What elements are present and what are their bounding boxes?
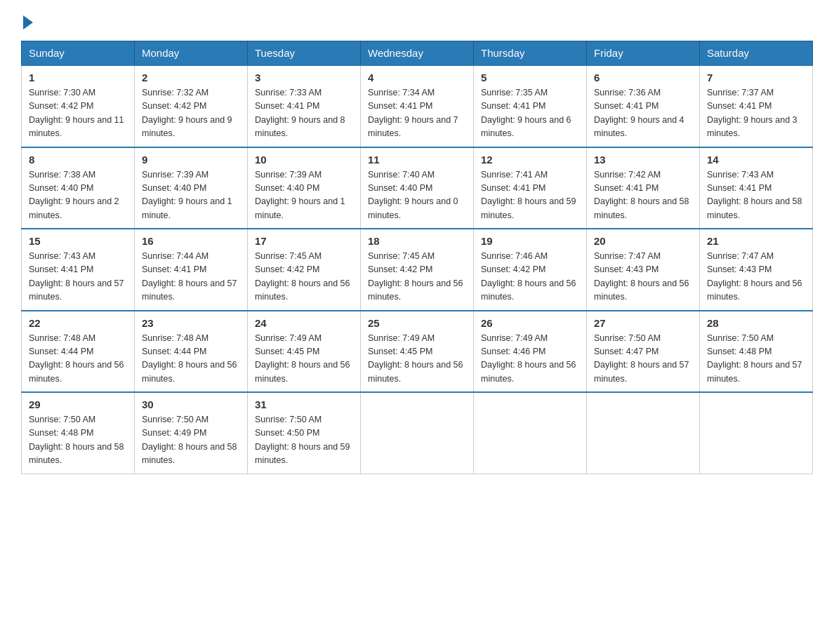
calendar-cell: 31Sunrise: 7:50 AMSunset: 4:50 PMDayligh… [248,392,361,474]
day-info: Sunrise: 7:33 AMSunset: 4:41 PMDaylight:… [255,86,353,141]
day-number: 11 [368,154,466,166]
day-info: Sunrise: 7:48 AMSunset: 4:44 PMDaylight:… [29,332,127,387]
day-info: Sunrise: 7:43 AMSunset: 4:41 PMDaylight:… [29,250,127,304]
day-number: 20 [594,235,692,247]
calendar-cell: 4Sunrise: 7:34 AMSunset: 4:41 PMDaylight… [361,65,474,147]
calendar-cell [474,392,587,474]
logo-arrow-icon [23,15,33,29]
calendar-cell: 25Sunrise: 7:49 AMSunset: 4:45 PMDayligh… [361,311,474,393]
weekday-header-row: SundayMondayTuesdayWednesdayThursdayFrid… [22,41,813,66]
calendar-cell: 15Sunrise: 7:43 AMSunset: 4:41 PMDayligh… [22,229,135,311]
day-info: Sunrise: 7:38 AMSunset: 4:40 PMDaylight:… [29,168,127,223]
day-number: 15 [29,235,127,247]
weekday-header-tuesday: Tuesday [248,41,361,66]
calendar-cell [587,392,700,474]
day-info: Sunrise: 7:42 AMSunset: 4:41 PMDaylight:… [594,168,692,223]
day-number: 2 [142,72,240,83]
day-info: Sunrise: 7:32 AMSunset: 4:42 PMDaylight:… [142,86,240,141]
day-number: 1 [29,72,127,83]
day-number: 9 [142,154,240,166]
calendar-cell: 20Sunrise: 7:47 AMSunset: 4:43 PMDayligh… [587,229,700,311]
calendar-cell: 27Sunrise: 7:50 AMSunset: 4:47 PMDayligh… [587,311,700,393]
day-number: 19 [481,235,579,247]
week-row-4: 22Sunrise: 7:48 AMSunset: 4:44 PMDayligh… [22,311,813,393]
page-header [21,14,813,27]
day-info: Sunrise: 7:45 AMSunset: 4:42 PMDaylight:… [255,250,353,304]
day-number: 18 [368,235,466,247]
day-info: Sunrise: 7:39 AMSunset: 4:40 PMDaylight:… [142,168,240,223]
day-number: 23 [142,317,240,329]
calendar-cell: 11Sunrise: 7:40 AMSunset: 4:40 PMDayligh… [361,147,474,229]
calendar-cell: 22Sunrise: 7:48 AMSunset: 4:44 PMDayligh… [22,311,135,393]
calendar-cell: 30Sunrise: 7:50 AMSunset: 4:49 PMDayligh… [135,392,248,474]
day-info: Sunrise: 7:36 AMSunset: 4:41 PMDaylight:… [594,86,692,141]
calendar-cell: 1Sunrise: 7:30 AMSunset: 4:42 PMDaylight… [22,65,135,147]
logo [21,14,33,27]
day-info: Sunrise: 7:49 AMSunset: 4:45 PMDaylight:… [368,332,466,387]
day-info: Sunrise: 7:50 AMSunset: 4:47 PMDaylight:… [594,332,692,387]
day-number: 21 [707,235,805,247]
day-number: 27 [594,317,692,329]
calendar-table: SundayMondayTuesdayWednesdayThursdayFrid… [21,41,813,474]
calendar-cell: 28Sunrise: 7:50 AMSunset: 4:48 PMDayligh… [700,311,813,393]
day-info: Sunrise: 7:46 AMSunset: 4:42 PMDaylight:… [481,250,579,304]
day-number: 29 [29,398,127,410]
day-number: 13 [594,154,692,166]
day-info: Sunrise: 7:45 AMSunset: 4:42 PMDaylight:… [368,250,466,304]
calendar-cell: 24Sunrise: 7:49 AMSunset: 4:45 PMDayligh… [248,311,361,393]
day-number: 24 [255,317,353,329]
calendar-cell: 3Sunrise: 7:33 AMSunset: 4:41 PMDaylight… [248,65,361,147]
calendar-cell: 7Sunrise: 7:37 AMSunset: 4:41 PMDaylight… [700,65,813,147]
calendar-cell: 17Sunrise: 7:45 AMSunset: 4:42 PMDayligh… [248,229,361,311]
calendar-cell: 16Sunrise: 7:44 AMSunset: 4:41 PMDayligh… [135,229,248,311]
day-number: 16 [142,235,240,247]
week-row-2: 8Sunrise: 7:38 AMSunset: 4:40 PMDaylight… [22,147,813,229]
day-info: Sunrise: 7:43 AMSunset: 4:41 PMDaylight:… [707,168,805,223]
day-number: 7 [707,72,805,83]
calendar-cell: 29Sunrise: 7:50 AMSunset: 4:48 PMDayligh… [22,392,135,474]
day-number: 8 [29,154,127,166]
day-info: Sunrise: 7:44 AMSunset: 4:41 PMDaylight:… [142,250,240,304]
day-number: 25 [368,317,466,329]
day-number: 14 [707,154,805,166]
calendar-cell: 10Sunrise: 7:39 AMSunset: 4:40 PMDayligh… [248,147,361,229]
calendar-cell: 18Sunrise: 7:45 AMSunset: 4:42 PMDayligh… [361,229,474,311]
calendar-cell: 19Sunrise: 7:46 AMSunset: 4:42 PMDayligh… [474,229,587,311]
weekday-header-wednesday: Wednesday [361,41,474,66]
day-number: 12 [481,154,579,166]
calendar-cell: 9Sunrise: 7:39 AMSunset: 4:40 PMDaylight… [135,147,248,229]
calendar-cell: 21Sunrise: 7:47 AMSunset: 4:43 PMDayligh… [700,229,813,311]
day-info: Sunrise: 7:50 AMSunset: 4:48 PMDaylight:… [29,413,127,468]
day-number: 6 [594,72,692,83]
week-row-5: 29Sunrise: 7:50 AMSunset: 4:48 PMDayligh… [22,392,813,474]
day-info: Sunrise: 7:50 AMSunset: 4:49 PMDaylight:… [142,413,240,468]
day-info: Sunrise: 7:50 AMSunset: 4:48 PMDaylight:… [707,332,805,387]
day-number: 5 [481,72,579,83]
day-number: 31 [255,398,353,410]
day-number: 4 [368,72,466,83]
calendar-cell: 12Sunrise: 7:41 AMSunset: 4:41 PMDayligh… [474,147,587,229]
calendar-cell: 2Sunrise: 7:32 AMSunset: 4:42 PMDaylight… [135,65,248,147]
week-row-3: 15Sunrise: 7:43 AMSunset: 4:41 PMDayligh… [22,229,813,311]
day-info: Sunrise: 7:41 AMSunset: 4:41 PMDaylight:… [481,168,579,223]
day-info: Sunrise: 7:37 AMSunset: 4:41 PMDaylight:… [707,86,805,141]
weekday-header-saturday: Saturday [700,41,813,66]
day-number: 26 [481,317,579,329]
calendar-cell: 26Sunrise: 7:49 AMSunset: 4:46 PMDayligh… [474,311,587,393]
weekday-header-sunday: Sunday [22,41,135,66]
day-info: Sunrise: 7:50 AMSunset: 4:50 PMDaylight:… [255,413,353,468]
day-number: 3 [255,72,353,83]
calendar-cell: 23Sunrise: 7:48 AMSunset: 4:44 PMDayligh… [135,311,248,393]
calendar-cell [700,392,813,474]
day-info: Sunrise: 7:49 AMSunset: 4:46 PMDaylight:… [481,332,579,387]
day-info: Sunrise: 7:47 AMSunset: 4:43 PMDaylight:… [594,250,692,304]
day-number: 22 [29,317,127,329]
calendar-cell: 13Sunrise: 7:42 AMSunset: 4:41 PMDayligh… [587,147,700,229]
weekday-header-friday: Friday [587,41,700,66]
weekday-header-monday: Monday [135,41,248,66]
day-info: Sunrise: 7:40 AMSunset: 4:40 PMDaylight:… [368,168,466,223]
week-row-1: 1Sunrise: 7:30 AMSunset: 4:42 PMDaylight… [22,65,813,147]
day-number: 17 [255,235,353,247]
day-number: 28 [707,317,805,329]
calendar-cell: 5Sunrise: 7:35 AMSunset: 4:41 PMDaylight… [474,65,587,147]
